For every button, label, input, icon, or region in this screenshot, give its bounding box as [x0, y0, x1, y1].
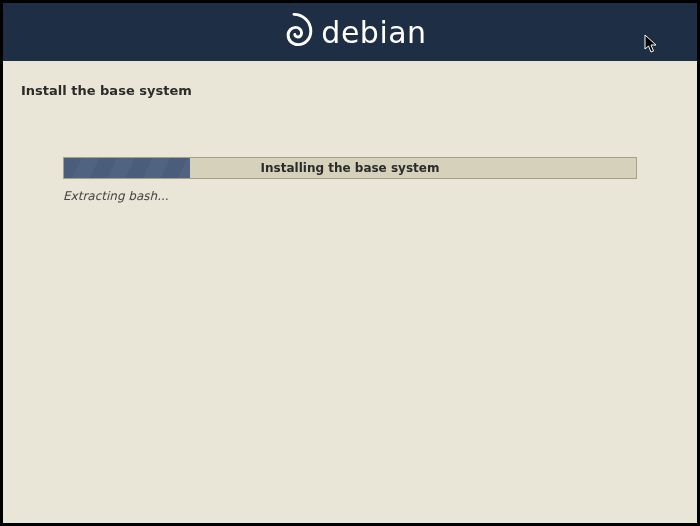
- brand-text: debian: [321, 15, 426, 50]
- progress-fill: [64, 158, 190, 178]
- mouse-cursor-icon: [644, 34, 658, 54]
- debian-logo: debian: [273, 11, 426, 53]
- page-title: Install the base system: [21, 83, 192, 98]
- progress-status: Extracting bash...: [63, 189, 637, 203]
- progress-bar: Installing the base system: [63, 157, 637, 179]
- progress-section: Installing the base system Extracting ba…: [63, 157, 637, 203]
- installer-content: Install the base system Installing the b…: [3, 61, 697, 523]
- debian-swirl-icon: [273, 11, 315, 53]
- progress-label: Installing the base system: [261, 161, 440, 175]
- installer-header: debian: [3, 3, 697, 61]
